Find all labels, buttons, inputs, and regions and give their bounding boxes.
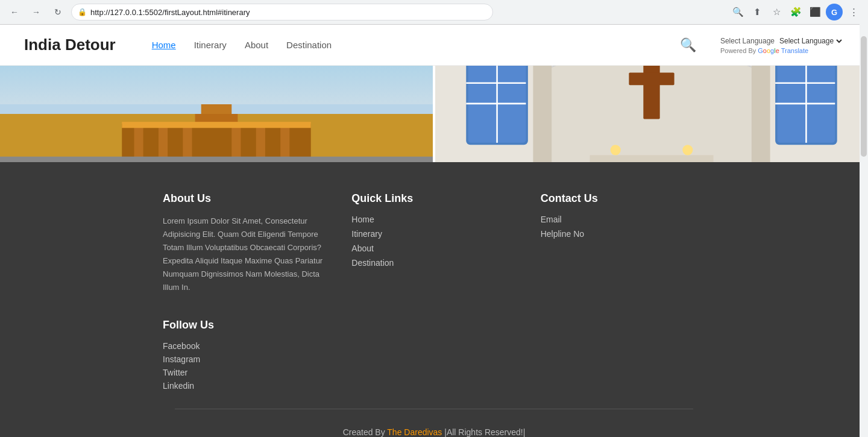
footer-twitter-link[interactable]: Twitter — [163, 368, 705, 377]
svg-point-36 — [611, 145, 621, 155]
svg-rect-29 — [590, 155, 713, 162]
refresh-button[interactable]: ↻ — [49, 4, 66, 20]
footer-follow-section: Follow Us Facebook Instagram Twitter Lin… — [163, 313, 705, 391]
site-wrapper: India Detour Home Itinerary About Destin… — [0, 25, 868, 437]
address-bar[interactable]: 🔒 http://127.0.0.1:5502/firstLayout.html… — [71, 4, 493, 20]
search-icon[interactable]: 🔍 — [680, 37, 696, 53]
contact-us-title: Contact Us — [541, 192, 705, 205]
svg-rect-15 — [0, 157, 433, 162]
select-language-label: Select Language — [720, 37, 775, 45]
svg-rect-9 — [159, 126, 168, 160]
svg-rect-12 — [256, 126, 265, 160]
footer-link-home[interactable]: Home — [351, 215, 516, 224]
footer-divider — [175, 409, 693, 409]
nav-home[interactable]: Home — [152, 40, 176, 50]
translate-widget: Select Language Select Language English … — [720, 36, 844, 54]
url-text: http://127.0.0.1:5502/firstLayout.html#i… — [90, 8, 250, 17]
browser-scrollbar[interactable] — [860, 0, 868, 437]
svg-rect-34 — [533, 66, 552, 162]
extensions-button[interactable]: 🧩 — [787, 4, 804, 20]
about-us-text: Lorem Ipsum Dolor Sit Amet, Consectetur … — [163, 215, 327, 295]
browser-chrome: ← → ↻ 🔒 http://127.0.0.1:5502/firstLayou… — [0, 0, 868, 25]
svg-rect-28 — [629, 73, 674, 86]
footer-copyright: Created By The Daredivas |All Rights Res… — [24, 427, 844, 437]
bookmark-button[interactable]: ☆ — [768, 4, 785, 20]
copyright-prefix: Created By — [343, 427, 388, 437]
copyright-link[interactable]: The Daredivas — [387, 427, 442, 437]
footer-grid: About Us Lorem Ipsum Dolor Sit Amet, Con… — [163, 192, 705, 295]
nav-about[interactable]: About — [245, 40, 268, 50]
footer-link-destination[interactable]: Destination — [351, 258, 516, 268]
powered-by-text: Powered By Google Translate — [720, 47, 844, 54]
footer-linkedin-link[interactable]: Linkedin — [163, 381, 705, 391]
svg-marker-2 — [207, 71, 225, 102]
svg-rect-10 — [183, 126, 192, 160]
temple-image — [0, 66, 433, 162]
footer-helpline-link[interactable]: Helpline No — [541, 229, 705, 239]
about-us-title: About Us — [163, 192, 327, 205]
browser-right-icons: 🔍 ⬆ ☆ 🧩 ⬛ G ⋮ — [729, 4, 862, 20]
image-gallery — [0, 66, 868, 162]
svg-marker-5 — [177, 80, 189, 101]
site-header: India Detour Home Itinerary About Destin… — [0, 25, 868, 66]
share-button[interactable]: ⬆ — [749, 4, 766, 20]
footer-facebook-link[interactable]: Facebook — [163, 341, 705, 351]
google-brand: Google — [758, 47, 781, 54]
follow-links: Facebook Instagram Twitter Linkedin — [163, 341, 705, 391]
footer-email-link[interactable]: Email — [541, 215, 705, 224]
nav-itinerary[interactable]: Itinerary — [194, 40, 227, 50]
svg-rect-14 — [122, 122, 310, 128]
footer-contact-section: Contact Us Email Helpline No — [541, 192, 705, 295]
search-browser-button[interactable]: 🔍 — [729, 4, 746, 20]
footer-instagram-link[interactable]: Instagram — [163, 354, 705, 364]
svg-rect-8 — [134, 126, 143, 160]
svg-rect-13 — [280, 126, 289, 160]
powered-by-label: Powered By — [720, 47, 758, 54]
forward-button[interactable]: → — [28, 4, 45, 20]
site-footer: About Us Lorem Ipsum Dolor Sit Amet, Con… — [0, 162, 868, 437]
sidebar-button[interactable]: ⬛ — [807, 4, 823, 20]
footer-about-section: About Us Lorem Ipsum Dolor Sit Amet, Con… — [163, 192, 327, 295]
follow-us-title: Follow Us — [163, 319, 705, 332]
footer-quicklinks-section: Quick Links Home Itinerary About Destina… — [351, 192, 516, 295]
church-image — [435, 66, 868, 162]
quick-links-title: Quick Links — [351, 192, 516, 205]
lock-icon: 🔒 — [78, 8, 87, 16]
site-logo[interactable]: India Detour — [24, 36, 116, 54]
svg-rect-35 — [752, 66, 770, 162]
svg-rect-11 — [231, 126, 241, 160]
footer-link-itinerary[interactable]: Itinerary — [351, 229, 516, 239]
copyright-suffix: |All Rights Reserved!| — [442, 427, 525, 437]
svg-marker-6 — [244, 80, 256, 101]
scrollbar-thumb[interactable] — [861, 36, 867, 157]
profile-avatar[interactable]: G — [826, 4, 843, 20]
nav-destination[interactable]: Destination — [286, 40, 332, 50]
browser-toolbar: ← → ↻ 🔒 http://127.0.0.1:5502/firstLayou… — [0, 0, 868, 24]
language-select[interactable]: Select Language English Hindi French — [777, 36, 844, 46]
site-nav: Home Itinerary About Destination — [152, 40, 680, 50]
translate-label: Translate — [781, 47, 808, 54]
back-button[interactable]: ← — [6, 4, 23, 20]
svg-point-37 — [682, 145, 693, 155]
footer-link-about[interactable]: About — [351, 244, 516, 253]
